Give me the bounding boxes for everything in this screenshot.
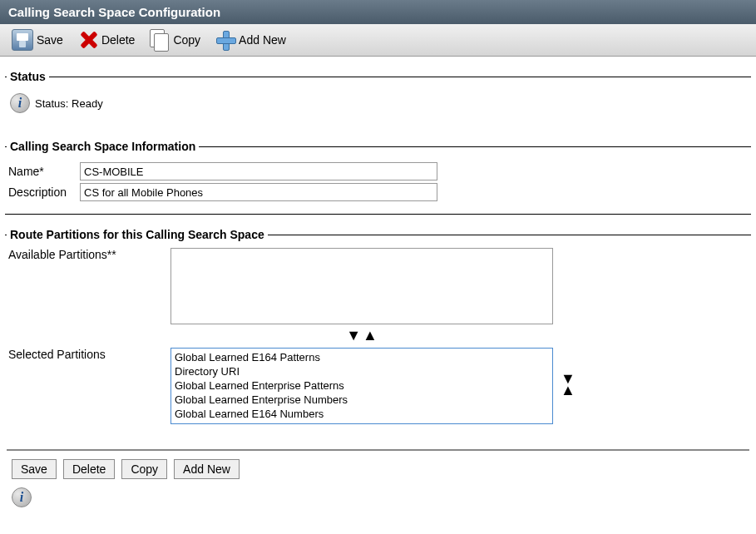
status-text: Status: Ready [35, 97, 103, 110]
delete-label: Delete [101, 33, 135, 47]
reorder-up-button[interactable]: ▲ [560, 384, 576, 396]
add-new-label: Add New [239, 33, 286, 47]
save-label: Save [37, 33, 63, 47]
status-legend: Status [7, 70, 49, 83]
save-button[interactable]: Save [7, 27, 68, 52]
delete-icon [78, 30, 98, 50]
info-icon: i [12, 487, 32, 507]
list-item[interactable]: Global Learned E164 Numbers [173, 407, 551, 421]
status-section: Status i Status: Ready [5, 70, 751, 126]
list-item[interactable]: Global Learned Enterprise Numbers [173, 393, 551, 407]
footer-info-row: i [0, 487, 756, 507]
name-label: Name* [8, 165, 80, 178]
selected-wrap: Global Learned E164 PatternsDirectory UR… [170, 348, 751, 424]
save-button-bottom[interactable]: Save [12, 459, 57, 479]
delete-button[interactable]: Delete [73, 28, 140, 52]
toolbar: Save Delete Copy Add New [0, 24, 756, 57]
add-icon [215, 30, 235, 50]
list-item[interactable]: Global Learned E164 Patterns [173, 350, 551, 364]
copy-button[interactable]: Copy [145, 27, 205, 52]
bottom-buttons: Save Delete Copy Add New [0, 459, 756, 487]
status-row: i Status: Ready [8, 90, 751, 116]
move-up-button[interactable]: ▲ [362, 329, 378, 341]
add-new-button[interactable]: Add New [210, 28, 291, 52]
delete-button-bottom[interactable]: Delete [63, 459, 115, 479]
list-item[interactable]: Global Learned Enterprise Patterns [173, 378, 551, 393]
content: Status i Status: Ready Calling Search Sp… [0, 70, 756, 516]
selected-partitions-listbox[interactable]: Global Learned E164 PatternsDirectory UR… [170, 348, 553, 424]
description-input[interactable] [80, 183, 437, 201]
page-title: Calling Search Space Configuration [8, 5, 220, 19]
route-partitions-section: Route Partitions for this Calling Search… [5, 228, 751, 434]
copy-icon [150, 29, 170, 51]
info-icon: i [10, 93, 30, 113]
description-row: Description [8, 183, 751, 201]
move-arrows-row: ▼▲ [170, 328, 553, 344]
divider [7, 449, 749, 451]
description-label: Description [8, 185, 80, 199]
available-partitions-label: Available Partitions** [8, 248, 170, 261]
route-partitions-legend: Route Partitions for this Calling Search… [7, 228, 268, 241]
name-row: Name* [8, 162, 751, 180]
move-down-button[interactable]: ▼ [345, 329, 362, 341]
selected-partitions-label: Selected Partitions [8, 348, 170, 361]
css-info-legend: Calling Search Space Information [7, 140, 199, 153]
page-header: Calling Search Space Configuration [0, 0, 756, 24]
css-info-section: Calling Search Space Information Name* D… [5, 140, 751, 215]
copy-label: Copy [173, 33, 200, 47]
reorder-arrows: ▼ ▲ [560, 373, 576, 396]
available-wrap [170, 248, 751, 324]
name-input[interactable] [80, 162, 437, 180]
add-new-button-bottom[interactable]: Add New [174, 459, 240, 479]
available-partitions-listbox[interactable] [170, 248, 553, 324]
copy-button-bottom[interactable]: Copy [121, 459, 167, 479]
list-item[interactable]: Directory URI [173, 364, 551, 378]
save-icon [12, 29, 33, 51]
partitions-grid: Available Partitions** ▼▲ Selected Parti… [8, 248, 751, 424]
